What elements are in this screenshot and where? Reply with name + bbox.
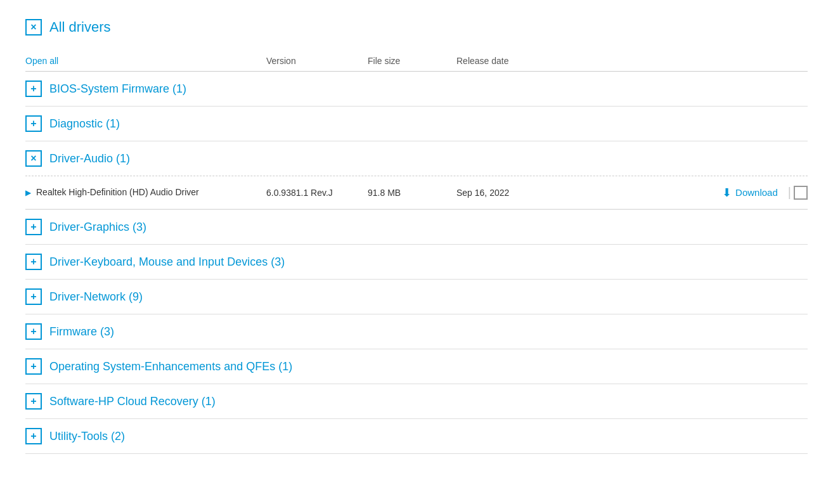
driver-version: 6.0.9381.1 Rev.J bbox=[266, 188, 368, 198]
category-title-driver-keyboard: Driver-Keyboard, Mouse and Input Devices… bbox=[49, 255, 285, 269]
category-title-software-hp: Software-HP Cloud Recovery (1) bbox=[49, 395, 216, 408]
toggle-utility-tools[interactable]: + bbox=[25, 428, 42, 444]
category-title-driver-audio: Driver-Audio (1) bbox=[49, 152, 130, 165]
category-title-diagnostic: Diagnostic (1) bbox=[49, 117, 120, 131]
toggle-firmware[interactable]: + bbox=[25, 323, 42, 340]
category-title-driver-graphics: Driver-Graphics (3) bbox=[49, 221, 146, 234]
toggle-software-hp[interactable]: + bbox=[25, 393, 42, 410]
toggle-driver-graphics[interactable]: + bbox=[25, 219, 42, 235]
category-row-os-enhancements[interactable]: +Operating System-Enhancements and QFEs … bbox=[25, 349, 808, 384]
category-row-driver-network[interactable]: +Driver-Network (9) bbox=[25, 280, 808, 314]
toggle-os-enhancements[interactable]: + bbox=[25, 358, 42, 375]
driver-expand-icon[interactable]: ▶ bbox=[25, 188, 31, 197]
category-title-bios: BIOS-System Firmware (1) bbox=[49, 82, 186, 96]
download-label: Download bbox=[735, 187, 778, 198]
toggle-driver-network[interactable]: + bbox=[25, 288, 42, 305]
category-row-utility-tools[interactable]: +Utility-Tools (2) bbox=[25, 419, 808, 454]
category-title-firmware: Firmware (3) bbox=[49, 325, 114, 339]
all-drivers-header: × All drivers bbox=[25, 19, 808, 36]
driver-release-date: Sep 16, 2022 bbox=[456, 188, 714, 198]
driver-file-size: 91.8 MB bbox=[368, 188, 456, 198]
toggle-driver-audio[interactable]: × bbox=[25, 150, 42, 167]
category-row-diagnostic[interactable]: +Diagnostic (1) bbox=[25, 107, 808, 141]
category-title-utility-tools: Utility-Tools (2) bbox=[49, 430, 125, 443]
category-row-driver-audio[interactable]: ×Driver-Audio (1) bbox=[25, 141, 808, 176]
open-all-button[interactable]: Open all bbox=[25, 56, 58, 66]
driver-name: Realtek High-Definition (HD) Audio Drive… bbox=[36, 186, 199, 199]
driver-row-driver-audio-0: ▶Realtek High-Definition (HD) Audio Driv… bbox=[25, 176, 808, 209]
driver-name-cell: ▶Realtek High-Definition (HD) Audio Driv… bbox=[25, 186, 266, 199]
category-row-driver-keyboard[interactable]: +Driver-Keyboard, Mouse and Input Device… bbox=[25, 245, 808, 280]
releasedate-col-header: Release date bbox=[456, 56, 808, 66]
toggle-driver-keyboard[interactable]: + bbox=[25, 254, 42, 270]
all-drivers-title: All drivers bbox=[49, 19, 111, 36]
categories-list: +BIOS-System Firmware (1)+Diagnostic (1)… bbox=[25, 72, 808, 454]
toggle-bios[interactable]: + bbox=[25, 81, 42, 97]
driver-actions: | bbox=[785, 185, 808, 200]
divider: | bbox=[788, 185, 791, 200]
toggle-diagnostic[interactable]: + bbox=[25, 115, 42, 132]
category-title-driver-network: Driver-Network (9) bbox=[49, 290, 143, 304]
category-row-software-hp[interactable]: +Software-HP Cloud Recovery (1) bbox=[25, 384, 808, 419]
download-button[interactable]: ⬇Download bbox=[714, 186, 785, 200]
category-row-firmware[interactable]: +Firmware (3) bbox=[25, 314, 808, 349]
category-row-bios[interactable]: +BIOS-System Firmware (1) bbox=[25, 72, 808, 107]
select-driver-checkbox[interactable] bbox=[794, 186, 808, 200]
category-row-driver-graphics[interactable]: +Driver-Graphics (3) bbox=[25, 210, 808, 245]
download-icon: ⬇ bbox=[722, 186, 732, 200]
table-header: Open all Version File size Release date bbox=[25, 51, 808, 72]
category-section-driver-audio: ×Driver-Audio (1)▶Realtek High-Definitio… bbox=[25, 141, 808, 210]
filesize-col-header: File size bbox=[368, 56, 456, 66]
all-drivers-toggle[interactable]: × bbox=[25, 19, 42, 36]
version-col-header: Version bbox=[266, 56, 368, 66]
category-title-os-enhancements: Operating System-Enhancements and QFEs (… bbox=[49, 360, 292, 373]
open-all-col: Open all bbox=[25, 56, 266, 66]
